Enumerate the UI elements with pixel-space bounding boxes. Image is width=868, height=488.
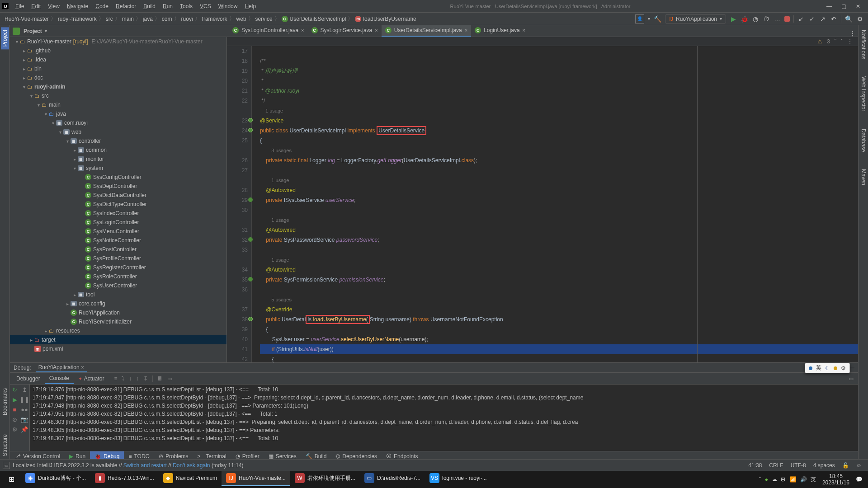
settings-button[interactable]: ⚙ — [856, 15, 863, 23]
indent-status[interactable]: 4 spaces — [810, 462, 839, 469]
tree-item[interactable]: ▸🗀resources — [10, 326, 226, 335]
tree-item[interactable]: ▾▦com.ruoyi — [10, 118, 226, 127]
close-button[interactable]: ✕ — [853, 3, 863, 9]
close-tab-icon[interactable]: × — [523, 28, 525, 33]
tree-item[interactable]: CSysDeptController — [10, 182, 226, 191]
run-button[interactable]: ▶ — [730, 15, 737, 23]
tree-item[interactable]: CSysConfigController — [10, 173, 226, 182]
tree-item[interactable]: ▾🗀java — [10, 109, 226, 118]
editor-tab[interactable]: CSysLoginService.java× — [308, 25, 382, 37]
next-highlight-icon[interactable]: ˇ — [841, 38, 843, 45]
web-inspector-tool-tab[interactable]: Web Inspector — [859, 74, 868, 114]
avatar-dropdown-icon[interactable]: ▾ — [648, 16, 650, 21]
caret-position[interactable]: 41:38 — [745, 462, 765, 469]
step-over-icon[interactable]: ⤵ — [122, 375, 124, 382]
breadcrumb-item[interactable]: main〉 — [122, 15, 143, 23]
user-avatar[interactable]: 👤 — [635, 14, 644, 23]
run-to-cursor-icon[interactable]: ↧ — [143, 375, 148, 382]
breadcrumb-item[interactable]: com〉 — [162, 15, 181, 23]
close-tab-icon[interactable]: × — [375, 28, 377, 33]
tray-wechat-icon[interactable]: ● — [765, 476, 768, 483]
tree-item[interactable]: ▸🗀.idea — [10, 55, 226, 64]
file-encoding[interactable]: UTF-8 — [787, 462, 810, 469]
breadcrumb-item[interactable]: mloadUserByUsername — [355, 16, 416, 22]
pause-icon[interactable]: ❚❚ — [19, 396, 29, 403]
taskbar-item[interactable]: ◆Navicat Premium — [159, 471, 222, 486]
readonly-toggle-icon[interactable]: 🔓 — [839, 462, 853, 469]
tray-notifications-icon[interactable]: 💬 — [856, 476, 863, 483]
tree-item[interactable]: ▾🗀RuoYi-Vue-master[ruoyi]E:\JAVA\RuoYi-V… — [10, 37, 226, 46]
menu-vcs[interactable]: VCS — [196, 0, 215, 13]
menu-run[interactable]: Run — [159, 0, 176, 13]
structure-tool-tab[interactable]: Structure — [1, 432, 9, 459]
attach-button[interactable]: … — [774, 15, 781, 23]
step-out-icon[interactable]: ↑ — [136, 375, 139, 382]
editor-more-icon[interactable]: ⋮ — [847, 38, 853, 45]
switch-restart-link[interactable]: Switch and restart — [123, 462, 167, 469]
menu-file[interactable]: File — [12, 0, 28, 13]
breadcrumb-item[interactable]: src〉 — [106, 15, 122, 23]
tree-item[interactable]: ▸▦monitor — [10, 155, 226, 164]
code-area[interactable]: /** * 用户验证处理 * * @author ruoyi */1 usage… — [252, 46, 858, 362]
menu-view[interactable]: View — [44, 0, 63, 13]
tree-item[interactable]: CSysNoticeController — [10, 236, 226, 245]
editor-tab[interactable]: CSysLoginController.java× — [229, 25, 308, 37]
taskbar-item[interactable]: W若依环境使用手册... — [290, 471, 360, 486]
git-update-button[interactable]: ↙ — [797, 15, 805, 23]
menu-navigate[interactable]: Navigate — [63, 0, 92, 13]
trace-icon[interactable]: ▭ — [167, 375, 172, 382]
minimize-button[interactable]: — — [824, 3, 835, 9]
get-thread-dump-icon[interactable]: 📷 — [21, 416, 28, 423]
close-tab-icon[interactable]: × — [465, 28, 467, 33]
taskbar-item[interactable]: IJRuoYi-Vue-maste... — [222, 471, 290, 486]
evaluate-icon[interactable]: 🖩 — [157, 375, 163, 382]
breadcrumb-item[interactable]: service〉 — [255, 15, 282, 23]
build-icon[interactable]: 🔨 — [654, 15, 661, 23]
coverage-button[interactable]: ◔ — [752, 15, 759, 23]
view-breakpoints-icon[interactable]: ●● — [21, 406, 28, 413]
tree-item[interactable]: ▾🗀ruoyi-admin — [10, 82, 226, 91]
stop-button[interactable] — [784, 16, 790, 22]
breadcrumb-item[interactable]: ruoyi〉 — [181, 15, 202, 23]
editor[interactable]: 1718192021222324252627282930313233343536… — [227, 46, 858, 362]
system-tray[interactable]: ˄ ● ☁ ⛨ 📶 🔊 英 18:45 2023/11/16 💬 — [755, 473, 866, 486]
tree-item[interactable]: ▸▦core.config — [10, 299, 226, 308]
taskbar-item[interactable]: ◉DurkBlue博客 - 个... — [21, 471, 90, 486]
debug-subtab-actuator[interactable]: ✦Actuator — [74, 374, 109, 384]
menu-refactor[interactable]: Refactor — [112, 0, 140, 13]
editor-tab[interactable]: CLoginUser.java× — [471, 25, 529, 37]
tool-windows-quick-access-icon[interactable]: ▭ — [3, 462, 10, 469]
close-tab-icon[interactable]: × — [301, 28, 304, 33]
tree-item[interactable]: CSysRegisterController — [10, 263, 226, 272]
maximize-button[interactable]: ▢ — [838, 3, 849, 9]
debug-subtab-console[interactable]: Console — [45, 373, 74, 384]
prev-highlight-icon[interactable]: ˆ — [835, 38, 836, 45]
resume-icon[interactable]: ▶ — [13, 396, 17, 403]
tree-item[interactable]: CSysUserController — [10, 281, 226, 290]
debug-console[interactable]: 17:19:19.876 [http-nio-8080-exec-81] DEB… — [30, 385, 858, 451]
editor-tabs-menu[interactable]: ⋮ — [847, 30, 858, 37]
tree-item[interactable]: ▸🗀doc — [10, 73, 226, 82]
debug-layout-icon[interactable]: ▭ — [846, 375, 856, 382]
breadcrumb-item[interactable]: web〉 — [236, 15, 255, 23]
breadcrumb-item[interactable]: CUserDetailsServiceImpl〉 — [282, 15, 355, 23]
tree-item[interactable]: CSysLoginController — [10, 218, 226, 227]
tray-chevron-icon[interactable]: ˄ — [759, 476, 761, 483]
modify-run-config-icon[interactable]: ↥ — [22, 386, 27, 393]
stop-debug-icon[interactable]: ■ — [13, 406, 17, 413]
debug-subtab-debugger[interactable]: Debugger — [12, 374, 45, 384]
menu-edit[interactable]: Edit — [28, 0, 44, 13]
line-separator[interactable]: CRLF — [765, 462, 787, 469]
pin-tab-icon[interactable]: 📌 — [21, 426, 28, 433]
tree-item[interactable]: CSysRoleController — [10, 272, 226, 281]
tray-security-icon[interactable]: ⛨ — [781, 476, 786, 483]
tree-item[interactable]: CSysMenuController — [10, 227, 226, 236]
tree-item[interactable]: CSysPostController — [10, 245, 226, 254]
tree-item[interactable]: ▾🗀main — [10, 100, 226, 109]
notifications-tool-tab[interactable]: Notifications — [859, 27, 868, 62]
tray-volume-icon[interactable]: 🔊 — [800, 476, 807, 483]
tree-item[interactable]: CRuoYiServletInitializer — [10, 317, 226, 326]
tree-item[interactable]: CSysDictTypeController — [10, 200, 226, 209]
run-configuration-selector[interactable]: IJ RuoYiApplication ▾ — [665, 14, 726, 23]
git-commit-button[interactable]: ✓ — [808, 15, 816, 23]
